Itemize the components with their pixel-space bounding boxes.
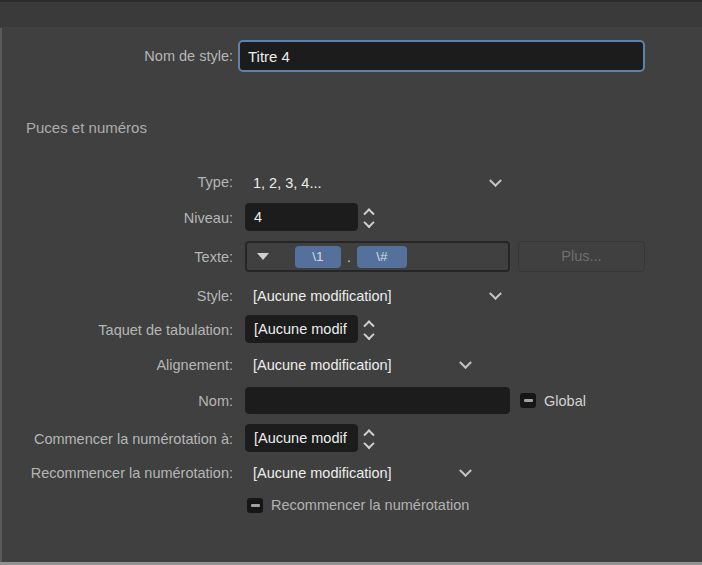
type-label: Type: <box>0 174 233 190</box>
commencer-label: Commencer la numérotation à: <box>0 431 233 447</box>
alignement-dropdown-value: [Aucune modification] <box>253 357 392 373</box>
panel-top-bar <box>0 0 702 27</box>
recommencer-checkbox[interactable] <box>247 498 263 513</box>
type-dropdown[interactable]: 1, 2, 3, 4... <box>245 170 510 196</box>
recommencer-dropdown[interactable]: [Aucune modification] <box>245 460 480 486</box>
chevron-down-icon[interactable] <box>363 437 374 448</box>
nom-input[interactable] <box>245 387 510 414</box>
chevron-down-icon <box>459 464 472 477</box>
taquet-input[interactable] <box>245 315 358 343</box>
style-name-label: Nom de style: <box>0 48 233 64</box>
hash-token[interactable]: \# <box>357 246 407 268</box>
commencer-stepper[interactable] <box>365 424 373 452</box>
minus-icon <box>251 504 260 507</box>
texte-label: Texte: <box>0 249 233 265</box>
global-checkbox[interactable] <box>520 393 536 408</box>
chevron-down-icon[interactable] <box>363 328 374 339</box>
minus-icon <box>524 399 533 402</box>
plus-button[interactable]: Plus... <box>518 241 645 272</box>
recommencer-label: Recommencer la numérotation: <box>0 465 233 481</box>
niveau-input[interactable] <box>245 203 358 231</box>
style-label: Style: <box>0 288 233 304</box>
style-dropdown[interactable]: [Aucune modification] <box>245 283 510 309</box>
texte-token-field[interactable]: \1 . \# <box>245 241 510 272</box>
recommencer-checkbox-label: Recommencer la numérotation <box>271 497 469 513</box>
triangle-down-icon[interactable] <box>257 253 269 260</box>
niveau-label: Niveau: <box>0 210 233 226</box>
number-token[interactable]: \1 <box>295 246 341 268</box>
section-heading: Puces et numéros <box>26 119 147 136</box>
style-edit-panel: Nom de style: Puces et numéros Type: 1, … <box>0 0 702 565</box>
niveau-stepper[interactable] <box>365 203 373 231</box>
token-separator: . <box>347 249 351 265</box>
alignement-label: Alignement: <box>0 357 233 373</box>
chevron-down-icon <box>459 356 472 369</box>
chevron-down-icon[interactable] <box>363 216 374 227</box>
taquet-stepper[interactable] <box>365 315 373 343</box>
commencer-input[interactable] <box>245 424 358 452</box>
style-dropdown-value: [Aucune modification] <box>253 288 392 304</box>
taquet-label: Taquet de tabulation: <box>0 322 233 338</box>
recommencer-dropdown-value: [Aucune modification] <box>253 465 392 481</box>
global-checkbox-label: Global <box>544 393 586 409</box>
chevron-down-icon <box>489 287 502 300</box>
type-dropdown-value: 1, 2, 3, 4... <box>253 175 322 191</box>
alignement-dropdown[interactable]: [Aucune modification] <box>245 352 480 378</box>
style-name-input[interactable] <box>238 40 645 72</box>
chevron-down-icon <box>489 174 502 187</box>
nom-label: Nom: <box>0 393 233 409</box>
